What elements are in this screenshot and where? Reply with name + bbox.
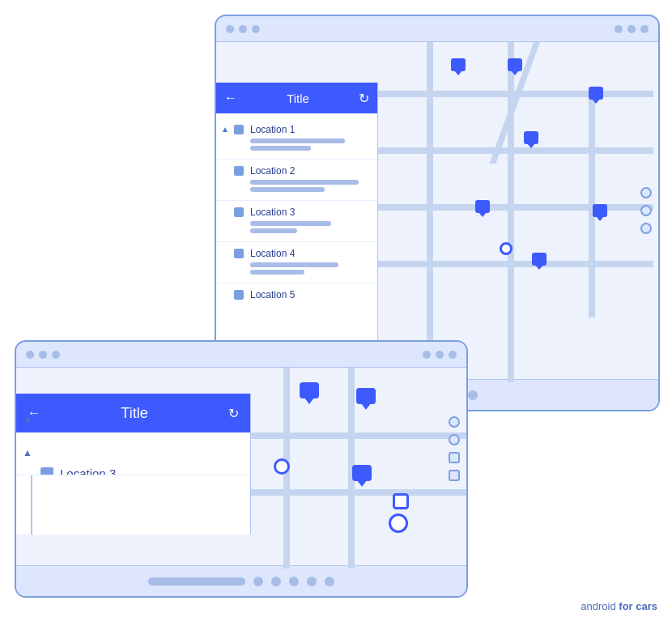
- expand-line: [31, 475, 32, 535]
- bottom-dot: [289, 577, 299, 586]
- list-item-bar2: [250, 187, 325, 192]
- list-item[interactable]: Location 5: [216, 283, 377, 309]
- chrome-dot: [239, 25, 247, 33]
- list-item-checkbox[interactable]: [234, 166, 244, 176]
- bottom-dot: [271, 577, 281, 586]
- list-item-row: Location 2: [234, 165, 369, 177]
- side-circle: [640, 223, 652, 234]
- list-item-row: Location 3: [234, 207, 369, 218]
- watermark-suffix: for cars: [619, 600, 657, 612]
- map-circle-marker: [500, 242, 513, 255]
- list-item-name: Location 3: [250, 207, 295, 218]
- chrome-dot: [52, 351, 60, 359]
- list-item-row: Location 3: [40, 466, 239, 475]
- chrome-dot: [436, 351, 444, 359]
- side-circle: [449, 416, 460, 428]
- list-item-checkbox[interactable]: [234, 249, 244, 258]
- list-item-bar1: [250, 138, 345, 143]
- chrome-dots-right: [615, 25, 649, 33]
- pin-flag: [352, 465, 372, 481]
- pin-flag: [356, 388, 376, 404]
- panel-title: Title: [287, 92, 309, 105]
- refresh-button[interactable]: ↻: [359, 91, 369, 106]
- list-item-bar2: [250, 270, 304, 275]
- chevron-down-icon: ▼: [23, 415, 32, 426]
- refresh-button[interactable]: ↻: [228, 406, 239, 421]
- chrome-dot: [26, 351, 34, 359]
- list-item-checkbox[interactable]: [234, 290, 244, 300]
- panel-title: Title: [121, 405, 147, 422]
- map-pin: [352, 465, 372, 481]
- road: [378, 204, 653, 211]
- pin-flag: [524, 131, 538, 144]
- map-pin: [300, 382, 319, 398]
- side-controls-front: [449, 416, 460, 481]
- side-circle: [449, 434, 460, 445]
- chevron-up-icon: ▲: [23, 447, 32, 458]
- bottom-dot: [468, 390, 478, 400]
- front-panel-list: ▲ Location 1 Location 2: [16, 432, 250, 442]
- list-item-bar2: [250, 228, 297, 233]
- front-card: ← Title ↻ ▲ Location 1: [15, 340, 468, 598]
- map-pin: [451, 58, 466, 71]
- list-item-name: Location 3: [60, 466, 116, 475]
- list-item-row: Location 1: [234, 124, 369, 135]
- pin-flag: [451, 58, 466, 71]
- list-item-row: Location 5: [234, 289, 369, 300]
- list-item[interactable]: Location 3: [16, 458, 251, 475]
- pin-flag: [300, 382, 319, 398]
- chrome-dot: [449, 351, 457, 359]
- map-pin: [593, 204, 607, 217]
- list-item-bar1: [250, 262, 338, 267]
- list-item-checkbox[interactable]: [234, 207, 244, 217]
- bottom-dot: [307, 577, 317, 586]
- back-card-chrome: [216, 16, 658, 42]
- chrome-dot: [252, 25, 260, 33]
- back-panel-list: ▲ Location 1 Location 2: [216, 113, 377, 314]
- side-circle: [640, 187, 652, 198]
- pin-flag: [593, 204, 607, 217]
- list-item-row: Location 4: [234, 248, 369, 259]
- bottom-dot: [253, 577, 263, 586]
- front-card-panel: ← Title ↻ ▲ Location 1: [16, 394, 251, 535]
- panel-back-icon[interactable]: ←: [224, 91, 237, 105]
- side-square: [449, 452, 460, 463]
- watermark-prefix: android: [581, 600, 615, 612]
- list-item-name: Location 5: [250, 289, 295, 300]
- panel-header: ← Title ↻: [216, 83, 377, 113]
- pin-flag: [508, 58, 522, 71]
- side-controls: [640, 187, 652, 234]
- list-item[interactable]: Location 1: [216, 118, 377, 160]
- chrome-dot: [640, 25, 649, 33]
- list-item-checkbox[interactable]: [234, 125, 244, 134]
- list-item-checkbox[interactable]: [40, 467, 53, 475]
- list-item[interactable]: Location 4: [216, 242, 377, 283]
- chrome-dots-left: [26, 351, 60, 359]
- side-circle: [640, 205, 652, 216]
- front-card-map: ← Title ↻ ▲ Location 1: [16, 368, 466, 565]
- front-card-bottom-bar: [16, 565, 466, 596]
- back-button[interactable]: ←: [224, 91, 237, 105]
- back-card-map: ← Title ↻ ▲ Location 1: [216, 42, 658, 379]
- watermark: android for cars: [581, 600, 657, 612]
- road: [378, 261, 653, 267]
- chrome-dots-left: [226, 25, 260, 33]
- list-item-name: Location 1: [250, 124, 295, 135]
- list-item-bar1: [250, 221, 331, 226]
- list-item[interactable]: Location 3: [216, 201, 377, 242]
- list-item[interactable]: Location 2: [216, 160, 377, 201]
- map-pin: [532, 253, 547, 266]
- pin-flag: [532, 253, 547, 266]
- chrome-dots-right: [423, 351, 457, 359]
- map-pin: [508, 58, 522, 71]
- map-pin: [589, 87, 603, 100]
- map-pin: [356, 388, 376, 404]
- front-card-chrome: [16, 342, 466, 368]
- chrome-dot: [423, 351, 431, 359]
- list-item-name: Location 4: [250, 248, 295, 259]
- chrome-dot: [627, 25, 636, 33]
- chrome-dot: [39, 351, 47, 359]
- side-square: [449, 470, 460, 481]
- chrome-dot: [615, 25, 623, 33]
- bottom-search-bar: [148, 577, 245, 586]
